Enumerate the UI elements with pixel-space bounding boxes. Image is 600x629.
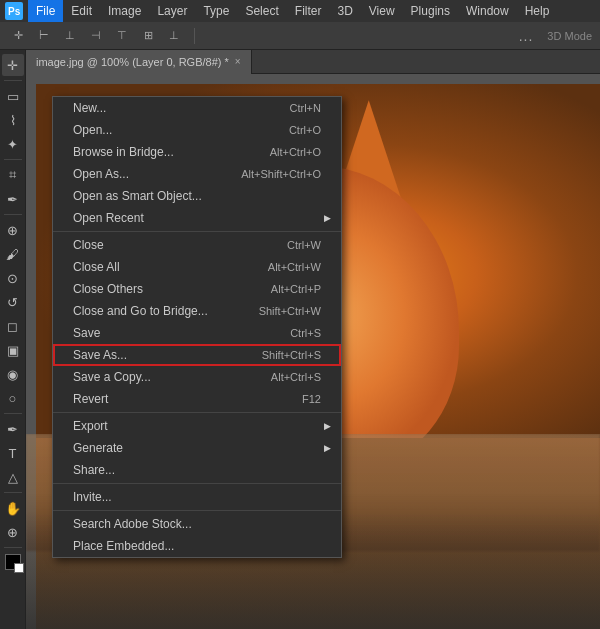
menu-open-as[interactable]: Open As... Alt+Shift+Ctrl+O xyxy=(53,163,341,185)
menu-plugins[interactable]: Plugins xyxy=(403,0,458,22)
zoom-tool[interactable]: ⊕ xyxy=(2,521,24,543)
text-tool[interactable]: T xyxy=(2,442,24,464)
menu-open-recent[interactable]: Open Recent xyxy=(53,207,341,229)
lasso-tool[interactable]: ⌇ xyxy=(2,109,24,131)
menu-sep-4 xyxy=(53,510,341,511)
file-menu-dropdown: New... Ctrl+N Open... Ctrl+O Browse in B… xyxy=(52,96,342,558)
move-icon: ✛ xyxy=(8,26,28,46)
magic-wand-tool[interactable]: ✦ xyxy=(2,133,24,155)
tool-sep-3 xyxy=(4,214,22,215)
menu-close-others[interactable]: Close Others Alt+Ctrl+P xyxy=(53,278,341,300)
menu-sep-2 xyxy=(53,412,341,413)
menu-layer[interactable]: Layer xyxy=(149,0,195,22)
toolbar-3d-mode: 3D Mode xyxy=(547,30,592,42)
menu-close-all[interactable]: Close All Alt+Ctrl+W xyxy=(53,256,341,278)
menu-share[interactable]: Share... xyxy=(53,459,341,481)
gradient-tool[interactable]: ▣ xyxy=(2,339,24,361)
foreground-color[interactable] xyxy=(5,554,21,570)
align-right-icon: ⊣ xyxy=(86,26,106,46)
menu-browse-bridge[interactable]: Browse in Bridge... Alt+Ctrl+O xyxy=(53,141,341,163)
content-area: image.jpg @ 100% (Layer 0, RGB/8#) * × xyxy=(26,50,600,629)
toolbar-separator xyxy=(194,28,195,44)
menu-place-embedded[interactable]: Place Embedded... xyxy=(53,535,341,557)
eraser-tool[interactable]: ◻ xyxy=(2,315,24,337)
eyedropper-tool[interactable]: ✒ xyxy=(2,188,24,210)
rectangular-marquee-tool[interactable]: ▭ xyxy=(2,85,24,107)
menu-sep-3 xyxy=(53,483,341,484)
tab-bar: image.jpg @ 100% (Layer 0, RGB/8#) * × xyxy=(26,50,600,74)
align-middle-icon: ⊞ xyxy=(138,26,158,46)
tab-label: image.jpg @ 100% (Layer 0, RGB/8#) * xyxy=(36,56,229,68)
brush-tool[interactable]: 🖌 xyxy=(2,243,24,265)
tab-close-button[interactable]: × xyxy=(235,56,241,67)
clone-tool[interactable]: ⊙ xyxy=(2,267,24,289)
tool-sep-6 xyxy=(4,547,22,548)
pen-tool[interactable]: ✒ xyxy=(2,418,24,440)
menu-open-smart[interactable]: Open as Smart Object... xyxy=(53,185,341,207)
tool-sep-2 xyxy=(4,159,22,160)
healing-tool[interactable]: ⊕ xyxy=(2,219,24,241)
blur-tool[interactable]: ◉ xyxy=(2,363,24,385)
tools-panel: ✛ ▭ ⌇ ✦ ⌗ ✒ ⊕ 🖌 ⊙ ↺ ◻ ▣ ◉ ○ ✒ T △ ✋ ⊕ xyxy=(0,50,26,629)
tool-sep-1 xyxy=(4,80,22,81)
move-tool[interactable]: ✛ xyxy=(2,54,24,76)
menu-view[interactable]: View xyxy=(361,0,403,22)
tool-sep-4 xyxy=(4,413,22,414)
menu-edit[interactable]: Edit xyxy=(63,0,100,22)
align-left-icon: ⊢ xyxy=(34,26,54,46)
menu-select[interactable]: Select xyxy=(237,0,286,22)
menu-close[interactable]: Close Ctrl+W xyxy=(53,234,341,256)
menu-3d[interactable]: 3D xyxy=(329,0,360,22)
shape-tool[interactable]: △ xyxy=(2,466,24,488)
menu-filter[interactable]: Filter xyxy=(287,0,330,22)
menu-generate[interactable]: Generate xyxy=(53,437,341,459)
menu-file[interactable]: File xyxy=(28,0,63,22)
menu-invite[interactable]: Invite... xyxy=(53,486,341,508)
dodge-tool[interactable]: ○ xyxy=(2,387,24,409)
menu-export[interactable]: Export xyxy=(53,415,341,437)
menu-save-copy[interactable]: Save a Copy... Alt+Ctrl+S xyxy=(53,366,341,388)
hand-tool[interactable]: ✋ xyxy=(2,497,24,519)
menu-image[interactable]: Image xyxy=(100,0,149,22)
menu-open[interactable]: Open... Ctrl+O xyxy=(53,119,341,141)
main-area: ✛ ▭ ⌇ ✦ ⌗ ✒ ⊕ 🖌 ⊙ ↺ ◻ ▣ ◉ ○ ✒ T △ ✋ ⊕ im… xyxy=(0,50,600,629)
image-tab[interactable]: image.jpg @ 100% (Layer 0, RGB/8#) * × xyxy=(26,50,252,74)
align-top-icon: ⊤ xyxy=(112,26,132,46)
menu-save-as[interactable]: Save As... Shift+Ctrl+S xyxy=(53,344,341,366)
toolbar-more[interactable]: ... xyxy=(519,28,534,44)
crop-tool[interactable]: ⌗ xyxy=(2,164,24,186)
align-center-icon: ⊥ xyxy=(60,26,80,46)
menu-help[interactable]: Help xyxy=(517,0,558,22)
menu-bar: Ps File Edit Image Layer Type Select Fil… xyxy=(0,0,600,22)
menu-close-bridge[interactable]: Close and Go to Bridge... Shift+Ctrl+W xyxy=(53,300,341,322)
menu-type[interactable]: Type xyxy=(195,0,237,22)
tool-sep-5 xyxy=(4,492,22,493)
menu-search-stock[interactable]: Search Adobe Stock... xyxy=(53,513,341,535)
svg-text:Ps: Ps xyxy=(8,6,21,17)
menu-new[interactable]: New... Ctrl+N xyxy=(53,97,341,119)
menu-revert[interactable]: Revert F12 xyxy=(53,388,341,410)
menu-window[interactable]: Window xyxy=(458,0,517,22)
menu-sep-1 xyxy=(53,231,341,232)
canvas-area: New... Ctrl+N Open... Ctrl+O Browse in B… xyxy=(26,74,600,629)
align-bottom-icon: ⊥ xyxy=(164,26,184,46)
options-toolbar: ✛ ⊢ ⊥ ⊣ ⊤ ⊞ ⊥ ... 3D Mode xyxy=(0,22,600,50)
history-brush-tool[interactable]: ↺ xyxy=(2,291,24,313)
menu-save[interactable]: Save Ctrl+S xyxy=(53,322,341,344)
ps-logo: Ps xyxy=(4,1,24,21)
